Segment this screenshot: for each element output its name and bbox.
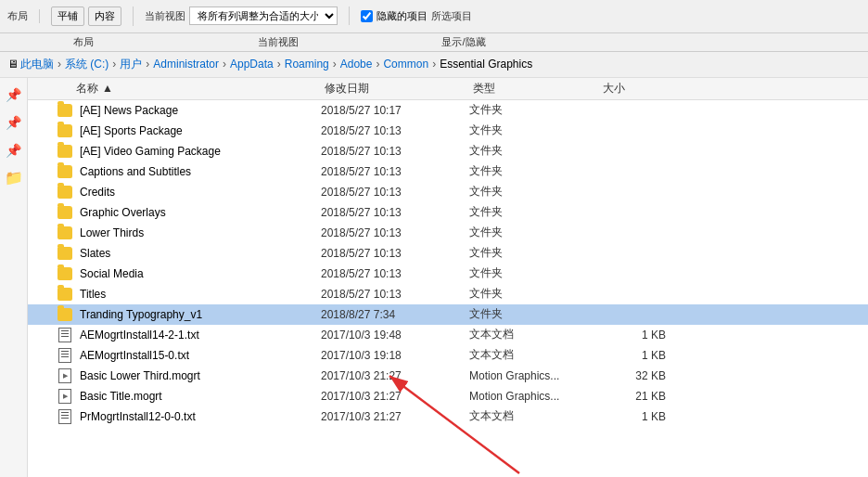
column-headers: 名称 ▲ 修改日期 类型 大小 (28, 78, 868, 100)
file-name: Slates (80, 247, 321, 260)
breadcrumb-essential[interactable]: Essential Graphics (440, 58, 532, 71)
file-date: 2018/5/27 10:13 (321, 288, 469, 301)
toolbar-group-view: 当前视图 将所有列调整为合适的大小 (145, 6, 350, 25)
toolbar-group-btns: 平铺 内容 (51, 6, 134, 26)
breadcrumb: 🖥 此电脑 › 系统 (C:) › 用户 › Administrator › A… (0, 52, 868, 78)
file-size: 32 KB (599, 369, 673, 382)
table-row[interactable]: Tranding Typography_v1 2018/8/27 7:34 文件… (28, 304, 868, 325)
breadcrumb-users[interactable]: 用户 (120, 57, 142, 72)
file-date: 2018/5/27 10:13 (321, 226, 469, 239)
breadcrumb-pc[interactable]: 此电脑 (20, 57, 54, 72)
table-row[interactable]: Captions and Subtitles 2018/5/27 10:13 文… (28, 161, 868, 182)
file-date: 2018/5/27 10:13 (321, 186, 469, 199)
file-name: [AE] News Package (80, 104, 321, 117)
table-row[interactable]: AEMogrtInstall14-2-1.txt 2017/10/3 19:48… (28, 325, 868, 345)
breadcrumb-adobe[interactable]: Adobe (340, 58, 373, 71)
hidden-items-label: 隐藏的项目 (377, 9, 428, 23)
folder-icon (57, 288, 72, 301)
col-name-header[interactable]: 名称 ▲ (28, 81, 325, 97)
file-name: [AE] Video Gaming Package (80, 145, 321, 158)
file-name: Basic Lower Third.mogrt (80, 369, 321, 382)
file-date: 2018/8/27 7:34 (321, 308, 469, 321)
file-name: [AE] Sports Package (80, 124, 321, 137)
breadcrumb-common[interactable]: Common (383, 58, 428, 71)
table-row[interactable]: Credits 2018/5/27 10:13 文件夹 (28, 182, 868, 202)
breadcrumb-appdata[interactable]: AppData (230, 58, 274, 71)
file-date: 2018/5/27 10:17 (321, 104, 469, 117)
table-row[interactable]: ▶ Basic Lower Third.mogrt 2017/10/3 21:2… (28, 366, 868, 386)
tile-btn[interactable]: 平铺 (51, 6, 84, 26)
table-row[interactable]: PrMogrtInstall12-0-0.txt 2017/10/3 21:27… (28, 406, 868, 427)
file-type: Motion Graphics... (469, 369, 599, 382)
txt-icon (58, 348, 71, 363)
file-type: Motion Graphics... (469, 390, 599, 403)
file-name: PrMogrtInstall12-0-0.txt (80, 410, 321, 423)
file-type: 文本文档 (469, 408, 599, 424)
file-name: Graphic Overlays (80, 206, 321, 219)
hidden-items-checkbox[interactable]: 隐藏的项目 (361, 9, 428, 23)
file-explorer: 名称 ▲ 修改日期 类型 大小 [AE] News Package 2018/5… (28, 78, 868, 477)
app-window: 布局 平铺 内容 当前视图 将所有列调整为合适的大小 隐藏的项目 所选项目 布局… (0, 0, 868, 477)
file-icon (56, 122, 74, 140)
sidebar-icon-1[interactable]: 📌 (5, 85, 23, 104)
selected-items-label: 所选项目 (431, 9, 472, 23)
col-date-header: 修改日期 (325, 81, 473, 97)
table-row[interactable]: [AE] News Package 2018/5/27 10:17 文件夹 (28, 100, 868, 121)
file-date: 2018/5/27 10:13 (321, 165, 469, 178)
view-label: 当前视图 (145, 9, 185, 23)
table-row[interactable]: Titles 2018/5/27 10:13 文件夹 (28, 284, 868, 304)
file-name: AEMogrtInstall14-2-1.txt (80, 329, 321, 342)
breadcrumb-admin[interactable]: Administrator (153, 58, 219, 71)
file-name: Titles (80, 288, 321, 301)
file-type: 文件夹 (469, 102, 599, 118)
table-row[interactable]: [AE] Sports Package 2018/5/27 10:13 文件夹 (28, 121, 868, 141)
sidebar-icon-2[interactable]: 📌 (5, 113, 23, 132)
file-icon (56, 101, 74, 120)
file-date: 2017/10/3 21:27 (321, 390, 469, 403)
breadcrumb-c[interactable]: 系统 (C:) (65, 57, 108, 72)
folder-icon (57, 226, 72, 239)
content-btn[interactable]: 内容 (88, 6, 121, 26)
file-type: 文件夹 (469, 204, 599, 220)
table-row[interactable]: Social Media 2018/5/27 10:13 文件夹 (28, 264, 868, 284)
file-type: 文件夹 (469, 306, 599, 322)
hidden-items-input[interactable] (361, 10, 373, 22)
file-type: 文件夹 (469, 122, 599, 138)
folder-icon (57, 104, 72, 117)
file-type: 文件夹 (469, 286, 599, 302)
toolbar-group-layout: 布局 (7, 9, 40, 23)
sidebar-icon-3[interactable]: 📌 (5, 141, 23, 160)
toolbar-group-show: 隐藏的项目 所选项目 (361, 9, 483, 23)
file-size: 1 KB (599, 349, 673, 362)
table-row[interactable]: Lower Thirds 2018/5/27 10:13 文件夹 (28, 223, 868, 243)
file-icon: ▶ (56, 387, 74, 406)
file-type: 文件夹 (469, 163, 599, 179)
file-icon (56, 305, 74, 324)
sidebar-icon-4[interactable]: 📁 (5, 169, 23, 187)
view-select[interactable]: 将所有列调整为合适的大小 (189, 6, 338, 25)
file-date: 2018/5/27 10:13 (321, 206, 469, 219)
table-row[interactable]: AEMogrtInstall15-0.txt 2017/10/3 19:18 文… (28, 345, 868, 366)
table-row[interactable]: Graphic Overlays 2018/5/27 10:13 文件夹 (28, 202, 868, 223)
main-content: 📌 📌 📌 📁 名称 ▲ 修改日期 类型 大小 [AE] News Packag… (0, 78, 868, 477)
file-type: 文件夹 (469, 225, 599, 240)
file-type: 文件夹 (469, 245, 599, 261)
file-date: 2018/5/27 10:13 (321, 247, 469, 260)
table-row[interactable]: Slates 2018/5/27 10:13 文件夹 (28, 243, 868, 264)
breadcrumb-roaming[interactable]: Roaming (285, 58, 329, 71)
folder-icon (57, 308, 72, 321)
file-icon (56, 285, 74, 303)
folder-icon (57, 186, 72, 199)
file-name: Tranding Typography_v1 (80, 308, 321, 321)
col-type-header: 类型 (473, 81, 603, 97)
folder-icon (57, 124, 72, 137)
file-type: 文件夹 (469, 265, 599, 281)
file-date: 2018/5/27 10:13 (321, 145, 469, 158)
table-row[interactable]: ▶ Basic Title.mogrt 2017/10/3 21:27 Moti… (28, 386, 868, 406)
col-size-header: 大小 (603, 81, 677, 97)
mogrt-icon: ▶ (58, 389, 71, 404)
file-date: 2017/10/3 19:18 (321, 349, 469, 362)
file-icon (56, 142, 74, 161)
toolbar: 布局 平铺 内容 当前视图 将所有列调整为合适的大小 隐藏的项目 所选项目 (0, 0, 868, 33)
table-row[interactable]: [AE] Video Gaming Package 2018/5/27 10:1… (28, 141, 868, 161)
